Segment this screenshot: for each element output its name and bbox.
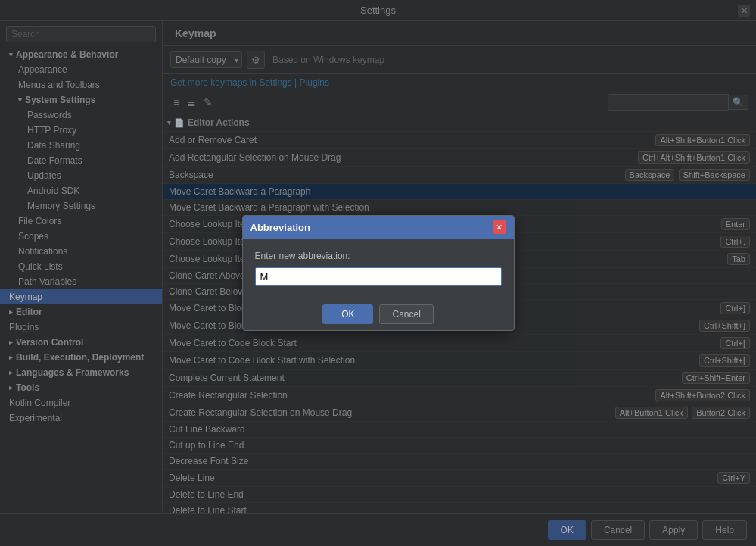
- sidebar-item-label: Tools: [16, 382, 39, 393]
- sidebar-item-file-colors[interactable]: File Colors: [0, 214, 162, 229]
- keymap-select[interactable]: Default copy: [170, 51, 242, 68]
- shortcut-cell: Ctrl+[: [512, 335, 756, 352]
- cancel-button[interactable]: Cancel: [591, 520, 645, 540]
- action-label: Add or Remove Caret: [163, 132, 512, 149]
- table-row: Delete Line Ctrl+Y: [163, 470, 756, 487]
- sidebar-item-android-sdk[interactable]: Android SDK: [0, 183, 162, 198]
- shortcut-cell: [512, 284, 756, 300]
- shortcut-cell: [512, 422, 756, 438]
- get-more-keymaps-link[interactable]: Get more keymaps in Settings: [170, 77, 292, 88]
- window-title: Settings: [360, 5, 396, 16]
- group-header-editor-actions: ▾ 📄 Editor Actions: [163, 114, 756, 132]
- sidebar-item-label: Data Sharing: [27, 140, 80, 151]
- shortcut-cell: Alt+Shift+Button2 Click: [512, 387, 756, 404]
- sidebar-item-build-execution[interactable]: ▸ Build, Execution, Deployment: [0, 350, 162, 365]
- keymap-toolbar: Default copy ⚙ Based on Windows keymap: [163, 46, 756, 74]
- table-row-selected[interactable]: Move Caret Backward a Paragraph: [163, 184, 756, 200]
- shortcut-cell: Ctrl+]: [512, 300, 756, 317]
- sidebar-item-kotlin-compiler[interactable]: Kotlin Compiler: [0, 395, 162, 410]
- sidebar-item-label: Appearance & Behavior: [16, 49, 118, 60]
- sidebar-item-appearance[interactable]: Appearance: [0, 62, 162, 77]
- action-label: Cut up to Line End: [163, 438, 512, 454]
- shortcut-badge: Ctrl+Shift+[: [699, 354, 750, 367]
- expand-arrow: ▸: [9, 369, 13, 376]
- collapse-all-button[interactable]: ≡: [170, 95, 182, 110]
- sidebar-item-label: Quick Lists: [18, 261, 63, 272]
- sidebar-item-label: Memory Settings: [27, 201, 95, 211]
- shortcut-cell: Ctrl+Shift+]: [512, 317, 756, 335]
- close-button[interactable]: ✕: [738, 5, 750, 17]
- sidebar-item-label: Build, Execution, Deployment: [16, 352, 144, 363]
- sidebar-item-label: Notifications: [18, 246, 67, 257]
- sidebar-item-keymap[interactable]: Keymap: [0, 289, 162, 304]
- ok-button[interactable]: OK: [548, 520, 586, 540]
- apply-button[interactable]: Apply: [649, 520, 698, 540]
- action-search-input[interactable]: [608, 94, 729, 111]
- sidebar-item-notifications[interactable]: Notifications: [0, 244, 162, 259]
- sidebar-item-path-variables[interactable]: Path Variables: [0, 274, 162, 289]
- abbreviation-input[interactable]: [255, 267, 502, 286]
- sidebar-item-experimental[interactable]: Experimental: [0, 410, 162, 426]
- modal-ok-button[interactable]: OK: [322, 304, 373, 324]
- shortcut-cell: [512, 503, 756, 514]
- action-label: Delete to Line Start: [163, 503, 512, 514]
- keymap-gear-button[interactable]: ⚙: [247, 51, 265, 69]
- sidebar-item-label: Updates: [27, 170, 61, 181]
- sidebar-item-label: System Settings: [25, 95, 95, 105]
- expand-arrow: ▾: [9, 51, 13, 58]
- shortcut-cell: Alt+Shift+Button1 Click: [512, 132, 756, 149]
- action-label: Cut Line Backward: [163, 422, 512, 438]
- sidebar-item-label: Kotlin Compiler: [9, 398, 70, 408]
- sidebar-item-memory-settings[interactable]: Memory Settings: [0, 198, 162, 214]
- shortcut-badge: Ctrl+Alt+Shift+Button1 Click: [638, 151, 750, 164]
- action-label: Create Rectangular Selection on Mouse Dr…: [163, 404, 512, 422]
- shortcut-badge: Enter: [721, 218, 750, 230]
- modal-close-button[interactable]: ✕: [493, 220, 506, 234]
- sidebar-item-date-formats[interactable]: Date Formats: [0, 153, 162, 168]
- action-search-button[interactable]: 🔍: [729, 95, 748, 110]
- sidebar-item-menus-toolbars[interactable]: Menus and Toolbars: [0, 77, 162, 92]
- shortcut-cell: Ctrl+Shift+Enter: [512, 370, 756, 387]
- table-row: Move Caret to Code Block Start Ctrl+[: [163, 335, 756, 352]
- plugins-link[interactable]: Plugins: [300, 77, 329, 88]
- sidebar-item-label: File Colors: [18, 216, 61, 226]
- sidebar-item-data-sharing[interactable]: Data Sharing: [0, 138, 162, 153]
- sidebar-item-updates[interactable]: Updates: [0, 168, 162, 183]
- table-row: Delete to Line End: [163, 487, 756, 503]
- sidebar-item-languages-frameworks[interactable]: ▸ Languages & Frameworks: [0, 365, 162, 380]
- based-on-label: Based on Windows keymap: [272, 55, 384, 65]
- shortcut-cell: [512, 438, 756, 454]
- sidebar-item-scopes[interactable]: Scopes: [0, 229, 162, 244]
- title-bar: Settings ✕: [0, 0, 756, 21]
- sidebar-item-quick-lists[interactable]: Quick Lists: [0, 259, 162, 274]
- shortcut-badge: Alt+Shift+Button1 Click: [655, 134, 750, 146]
- table-row: Cut up to Line End: [163, 438, 756, 454]
- expand-arrow: ▸: [9, 308, 13, 316]
- table-row: Add or Remove Caret Alt+Shift+Button1 Cl…: [163, 132, 756, 149]
- sidebar-item-appearance-behavior[interactable]: ▾ Appearance & Behavior: [0, 47, 162, 62]
- sidebar-item-http-proxy[interactable]: HTTP Proxy: [0, 123, 162, 138]
- expand-all-button[interactable]: ≣: [184, 95, 199, 110]
- shortcut-cell: Enter: [512, 216, 756, 233]
- table-row: Complete Current Statement Ctrl+Shift+En…: [163, 370, 756, 387]
- sidebar-item-tools[interactable]: ▸ Tools: [0, 380, 162, 395]
- shortcut-badge: Ctrl+[: [720, 337, 750, 349]
- sidebar-item-version-control[interactable]: ▸ Version Control: [0, 335, 162, 350]
- edit-button[interactable]: ✎: [201, 95, 216, 110]
- sidebar-search-input[interactable]: [6, 26, 156, 42]
- action-label: Delete Line: [163, 470, 512, 487]
- sidebar-item-plugins[interactable]: Plugins: [0, 320, 162, 335]
- sidebar-item-editor[interactable]: ▸ Editor: [0, 304, 162, 320]
- expand-arrow: ▸: [9, 339, 13, 346]
- sidebar-item-system-settings[interactable]: ▾ System Settings: [0, 92, 162, 108]
- sidebar-item-passwords[interactable]: Passwords: [0, 108, 162, 123]
- sidebar-item-label: Android SDK: [27, 186, 79, 196]
- keymap-select-wrapper[interactable]: Default copy: [170, 51, 242, 68]
- modal-title: Abbreviation: [250, 222, 310, 233]
- sidebar-item-label: Scopes: [18, 231, 48, 242]
- help-button[interactable]: Help: [702, 520, 747, 540]
- action-label: Move Caret Backward a Paragraph with Sel…: [163, 200, 512, 216]
- shortcut-badge: Ctrl+Shift+Enter: [682, 372, 750, 384]
- table-row: Cut Line Backward: [163, 422, 756, 438]
- modal-cancel-button[interactable]: Cancel: [379, 304, 433, 324]
